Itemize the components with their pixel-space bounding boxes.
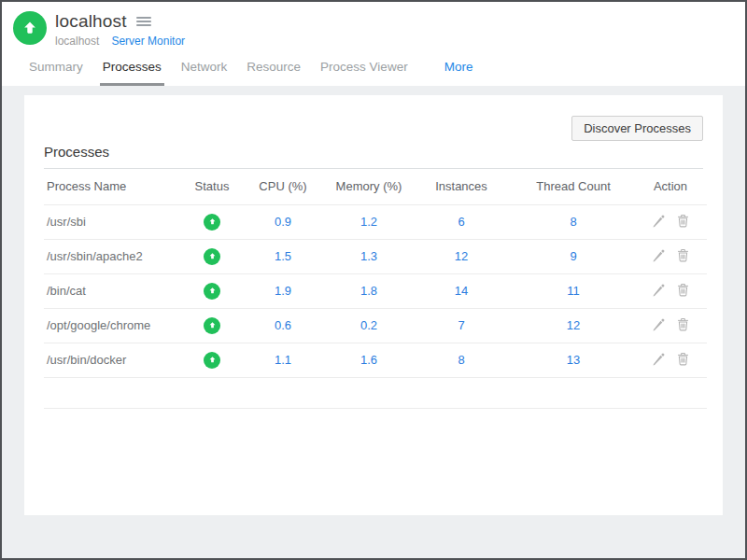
instances-cell: 12: [410, 239, 513, 273]
threads-cell: 13: [513, 343, 634, 377]
tab-process-viewer[interactable]: Process Viewer: [317, 56, 411, 86]
thread-count-value-link[interactable]: 12: [567, 318, 580, 332]
table-header-row: Process NameStatusCPU (%)Memory (%)Insta…: [44, 169, 707, 204]
memory-cell: 0.2: [328, 308, 410, 343]
instances-value-link[interactable]: 6: [458, 215, 464, 229]
delete-trash-icon[interactable]: [676, 214, 690, 228]
threads-cell: 11: [513, 273, 634, 308]
column-header-thread-count: Thread Count: [513, 169, 634, 204]
cpu-cell: 1.5: [238, 239, 328, 273]
action-cell: [634, 343, 707, 377]
status-up-icon[interactable]: [204, 317, 220, 334]
status-cell: [186, 308, 238, 343]
column-header-process-name: Process Name: [44, 169, 186, 204]
process-name-cell: /usr/sbi: [44, 204, 186, 239]
host-name-label: localhost: [55, 35, 99, 48]
tab-network[interactable]: Network: [178, 56, 231, 86]
memory-value-link[interactable]: 1.2: [360, 215, 377, 229]
status-cell: [186, 239, 238, 273]
instances-value-link[interactable]: 12: [455, 249, 468, 263]
app-window: localhost localhost Server Monitor Summa…: [0, 0, 747, 560]
page-body: Discover Processes Processes Process Nam…: [2, 86, 745, 558]
delete-trash-icon[interactable]: [676, 317, 690, 331]
up-arrow-icon: [21, 20, 38, 36]
edit-pencil-icon[interactable]: [652, 283, 666, 297]
table-row: /usr/sbi 0.9 1.2 6 8: [44, 204, 707, 239]
cpu-cell: 1.9: [238, 273, 328, 308]
process-name-cell: /opt/google/chrome: [44, 308, 186, 343]
instances-cell: 6: [410, 204, 513, 239]
cpu-cell: 0.9: [238, 204, 328, 239]
action-cell: [634, 239, 707, 273]
tab-bar: Summary Processes Network Resource Proce…: [2, 51, 745, 86]
cpu-value-link[interactable]: 1.9: [275, 284, 291, 298]
edit-pencil-icon[interactable]: [652, 248, 666, 262]
column-header-status: Status: [186, 169, 238, 204]
delete-trash-icon[interactable]: [676, 283, 690, 297]
memory-cell: 1.3: [328, 239, 410, 273]
tab-processes[interactable]: Processes: [100, 56, 164, 86]
instances-cell: 14: [410, 273, 513, 308]
cpu-cell: 1.1: [238, 343, 328, 377]
discover-processes-button[interactable]: Discover Processes: [571, 116, 703, 141]
table-row: /opt/google/chrome 0.6 0.2 7 12: [44, 308, 707, 343]
empty-row: [44, 377, 707, 408]
edit-pencil-icon[interactable]: [652, 214, 666, 228]
status-up-icon[interactable]: [204, 283, 220, 300]
memory-value-link[interactable]: 0.2: [360, 318, 377, 332]
column-header-action: Action: [634, 169, 707, 204]
action-cell: [634, 273, 707, 308]
cpu-value-link[interactable]: 1.1: [275, 353, 291, 367]
instances-value-link[interactable]: 14: [455, 284, 468, 298]
status-up-icon[interactable]: [204, 352, 220, 369]
edit-pencil-icon[interactable]: [652, 317, 666, 331]
tab-summary[interactable]: Summary: [26, 56, 86, 86]
cpu-cell: 0.6: [238, 308, 328, 343]
threads-cell: 8: [513, 204, 634, 239]
page-title: localhost: [55, 11, 127, 32]
delete-trash-icon[interactable]: [676, 352, 690, 366]
thread-count-value-link[interactable]: 11: [567, 284, 580, 298]
column-header-instances: Instances: [410, 169, 513, 204]
monitor-type-link[interactable]: Server Monitor: [111, 35, 185, 48]
process-table-body: /usr/sbi 0.9 1.2 6 8: [44, 204, 707, 408]
cpu-value-link[interactable]: 0.6: [275, 318, 291, 332]
table-row: /usr/bin/docker 1.1 1.6 8 13: [44, 343, 707, 377]
memory-cell: 1.6: [328, 343, 410, 377]
column-header-cpu: CPU (%): [238, 169, 328, 204]
memory-value-link[interactable]: 1.3: [360, 249, 377, 263]
thread-count-value-link[interactable]: 9: [570, 249, 576, 263]
status-cell: [186, 273, 238, 308]
tab-more[interactable]: More: [442, 56, 476, 86]
status-cell: [186, 204, 238, 239]
header: localhost localhost Server Monitor: [2, 2, 745, 51]
status-up-icon[interactable]: [204, 248, 220, 265]
tab-resource[interactable]: Resource: [244, 56, 303, 86]
process-name-cell: /usr/sbin/apache2: [44, 239, 186, 273]
threads-cell: 9: [513, 239, 634, 273]
status-up-icon[interactable]: [204, 214, 220, 231]
instances-value-link[interactable]: 8: [458, 353, 464, 367]
instances-value-link[interactable]: 7: [458, 318, 464, 332]
action-cell: [634, 204, 707, 239]
monitor-status-avatar: [13, 11, 47, 45]
memory-value-link[interactable]: 1.6: [360, 353, 377, 367]
processes-card: Discover Processes Processes Process Nam…: [24, 95, 723, 515]
instances-cell: 8: [410, 343, 513, 377]
thread-count-value-link[interactable]: 8: [570, 215, 576, 229]
process-name-cell: /usr/bin/docker: [44, 343, 186, 377]
edit-pencil-icon[interactable]: [652, 352, 666, 366]
cpu-value-link[interactable]: 0.9: [275, 215, 291, 229]
threads-cell: 12: [513, 308, 634, 343]
process-name-cell: /bin/cat: [44, 273, 186, 308]
action-cell: [634, 308, 707, 343]
delete-trash-icon[interactable]: [676, 248, 690, 262]
memory-value-link[interactable]: 1.8: [360, 284, 377, 298]
memory-cell: 1.8: [328, 273, 410, 308]
header-title-block: localhost localhost Server Monitor: [55, 11, 185, 48]
hamburger-menu-icon[interactable]: [134, 15, 153, 28]
section-title: Processes: [44, 144, 703, 169]
cpu-value-link[interactable]: 1.5: [275, 249, 291, 263]
thread-count-value-link[interactable]: 13: [567, 353, 580, 367]
instances-cell: 7: [410, 308, 513, 343]
